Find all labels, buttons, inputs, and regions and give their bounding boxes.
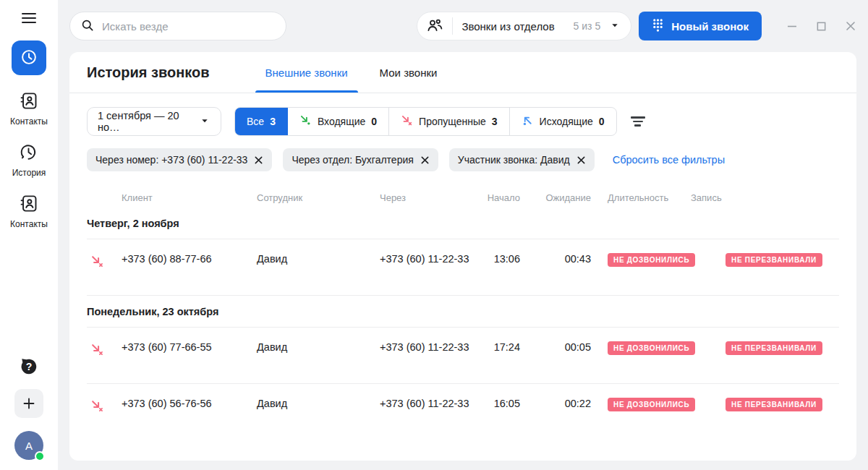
employee-name: Давид bbox=[257, 253, 380, 265]
via-phone: +373 (60) 11-22-33 bbox=[380, 253, 485, 265]
employee-name: Давид bbox=[257, 341, 380, 353]
column-client: Клиент bbox=[122, 192, 257, 203]
record-status-badge: НЕ ПЕРЕЗВАНИВАЛИ bbox=[726, 253, 822, 267]
call-history-card: История звонков Внешние звонки Мои звонк… bbox=[69, 52, 856, 461]
segment-label: Пропущенные bbox=[419, 116, 486, 127]
waiting-time: 00:22 bbox=[520, 398, 591, 409]
segment-count: 3 bbox=[492, 116, 498, 127]
via-phone: +373 (60) 11-22-33 bbox=[380, 341, 485, 353]
sidebar-item-call-history-active[interactable] bbox=[12, 40, 46, 75]
table-column-headers: Клиент Сотрудник Через Начало Ожидание Д… bbox=[87, 187, 839, 208]
clock-icon bbox=[20, 48, 38, 69]
sidebar-item-label: Контакты bbox=[10, 116, 48, 127]
divider bbox=[452, 17, 453, 35]
avatar-letter: А bbox=[25, 440, 33, 452]
department-filter-dropdown[interactable]: Звонки из отделов 5 из 5 bbox=[417, 12, 631, 40]
chip-label: Участник звонка: Давид bbox=[458, 154, 570, 166]
sidebar-nav: Контакты История bbox=[10, 91, 48, 229]
sidebar-item-contacts-2[interactable]: Контакты bbox=[10, 194, 48, 229]
filter-chip-via-number: Через номер: +373 (60) 11-22-33 bbox=[87, 148, 272, 171]
start-time: 16:05 bbox=[485, 398, 520, 409]
minimize-button[interactable] bbox=[786, 20, 798, 32]
missed-call-icon bbox=[90, 403, 104, 415]
search-input[interactable] bbox=[102, 20, 276, 33]
call-group: Четверг, 2 ноября +373 (60) 88-77-66 bbox=[87, 208, 839, 296]
tab-label: Внешние звонки bbox=[265, 67, 348, 79]
via-phone: +373 (60) 11-22-33 bbox=[380, 398, 485, 409]
waiting-time: 00:43 bbox=[520, 253, 591, 265]
remove-filter-icon[interactable] bbox=[420, 155, 430, 165]
client-phone: +373 (60) 88-77-66 bbox=[122, 253, 257, 265]
table-row[interactable]: +373 (60) 56-76-56 Давид +373 (60) 11-22… bbox=[87, 384, 839, 440]
segment-missed[interactable]: Пропущенные 3 bbox=[389, 108, 509, 135]
employee-name: Давид bbox=[257, 398, 380, 409]
start-time: 13:06 bbox=[485, 253, 520, 265]
duration-status-badge: НЕ ДОЗВОНИЛИСЬ bbox=[608, 398, 695, 411]
column-record: Запись bbox=[691, 192, 839, 203]
new-call-button[interactable]: Новый звонок bbox=[639, 12, 762, 40]
table-row[interactable]: +373 (60) 88-77-66 Давид +373 (60) 11-22… bbox=[87, 239, 839, 296]
incoming-call-icon bbox=[299, 114, 312, 129]
chip-label: Через номер: +373 (60) 11-22-33 bbox=[95, 154, 247, 166]
filter-row: 1 сентября — 20 но… Все 3 bbox=[87, 107, 839, 136]
dialpad-icon bbox=[652, 17, 664, 35]
global-search[interactable] bbox=[69, 12, 286, 40]
sidebar-bottom: ? А bbox=[14, 357, 43, 460]
sidebar-item-contacts[interactable]: Контакты bbox=[10, 91, 48, 127]
user-avatar[interactable]: А bbox=[14, 431, 43, 460]
client-phone: +373 (60) 77-66-55 bbox=[122, 341, 257, 353]
record-status-badge: НЕ ПЕРЕЗВАНИВАЛИ bbox=[726, 341, 822, 355]
add-button[interactable] bbox=[14, 389, 43, 418]
segment-count: 0 bbox=[599, 116, 605, 127]
segment-all[interactable]: Все 3 bbox=[235, 108, 288, 135]
column-duration: Длительность bbox=[591, 192, 691, 203]
main-area: Звонки из отделов 5 из 5 bbox=[58, 0, 868, 470]
tab-my-calls[interactable]: Мои звонки bbox=[364, 52, 454, 93]
missed-call-icon bbox=[90, 259, 104, 270]
card-header: История звонков Внешние звонки Мои звонк… bbox=[69, 52, 856, 93]
waiting-time: 00:05 bbox=[520, 341, 591, 353]
segment-incoming[interactable]: Входящие 0 bbox=[288, 108, 389, 135]
column-start: Начало bbox=[485, 192, 520, 203]
close-button[interactable] bbox=[845, 20, 856, 32]
filter-list-icon[interactable] bbox=[630, 114, 646, 129]
remove-filter-icon[interactable] bbox=[254, 155, 263, 165]
sidebar-item-label: Контакты bbox=[10, 219, 48, 229]
card-body: 1 сентября — 20 но… Все 3 bbox=[69, 93, 856, 440]
department-filter-count: 5 из 5 bbox=[574, 20, 601, 32]
svg-text:?: ? bbox=[26, 361, 33, 372]
group-date-header: Четверг, 2 ноября bbox=[87, 208, 839, 239]
table-row[interactable]: +373 (60) 77-66-55 Давид +373 (60) 11-22… bbox=[87, 328, 839, 384]
topbar-right: Звонки из отделов 5 из 5 bbox=[417, 12, 856, 40]
duration-status-badge: НЕ ДОЗВОНИЛИСЬ bbox=[608, 341, 695, 355]
chevron-down-icon bbox=[609, 20, 621, 33]
remove-filter-icon[interactable] bbox=[576, 155, 586, 165]
help-icon[interactable]: ? bbox=[20, 357, 38, 376]
sidebar-item-history[interactable]: История bbox=[12, 142, 46, 178]
maximize-button[interactable] bbox=[816, 21, 827, 32]
column-employee: Сотрудник bbox=[257, 192, 380, 203]
tab-external-calls[interactable]: Внешние звонки bbox=[250, 52, 364, 93]
segment-count: 0 bbox=[371, 116, 377, 127]
segment-count: 3 bbox=[270, 116, 276, 127]
segment-label: Все bbox=[247, 116, 264, 127]
new-call-label: Новый звонок bbox=[671, 20, 749, 33]
client-phone: +373 (60) 56-76-56 bbox=[122, 398, 257, 409]
reset-filters-link[interactable]: Сбросить все фильтры bbox=[613, 154, 725, 166]
chip-label: Через отдел: Бухгалтерия bbox=[292, 154, 413, 166]
segment-outgoing[interactable]: Исходящие 0 bbox=[510, 108, 616, 135]
outgoing-call-icon bbox=[522, 114, 534, 129]
sidebar: Контакты История bbox=[0, 0, 58, 470]
segment-label: Исходящие bbox=[540, 116, 593, 127]
window-controls bbox=[786, 20, 856, 32]
date-range-dropdown[interactable]: 1 сентября — 20 но… bbox=[87, 107, 221, 136]
history-clock-icon bbox=[19, 142, 38, 164]
filter-chip-via-department: Через отдел: Бухгалтерия bbox=[283, 148, 438, 171]
team-icon bbox=[426, 17, 443, 36]
tab-label: Мои звонки bbox=[380, 67, 438, 79]
tabs: Внешние звонки Мои звонки bbox=[250, 52, 454, 93]
start-time: 17:24 bbox=[485, 341, 520, 353]
menu-icon[interactable] bbox=[22, 10, 36, 26]
segment-label: Входящие bbox=[318, 116, 365, 127]
missed-call-icon bbox=[90, 347, 104, 359]
